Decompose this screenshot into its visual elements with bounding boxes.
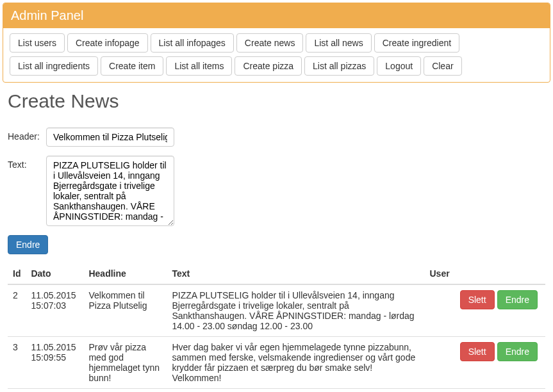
cell-text: Vi kan nå også tilby glutenfri pizza - v… [167,389,424,393]
text-textarea[interactable] [46,156,174,226]
cell-user [424,284,454,337]
th-headline: Headline [83,263,167,284]
submit-wrap: Endre [8,235,545,254]
nav-btn-create-pizza[interactable]: Create pizza [235,56,302,76]
nav-btn-clear[interactable]: Clear [424,56,461,76]
cell-headline: Prøv vår pizza med god hjemmelaget tynn … [83,337,167,389]
form-row-header: Header: [8,127,545,147]
th-text: Text [167,263,424,284]
nav-btn-list-all-ingredients[interactable]: List all ingredients [10,56,98,76]
cell-actions: SlettEndre [455,337,545,389]
cell-id: 2 [8,284,26,337]
table-row: 211.05.2015 15:07:03Velkommen til Pizza … [8,284,545,337]
nav-btn-list-all-items[interactable]: List all items [166,56,232,76]
cell-headline: NYHET! Glutenfri pizza [83,389,167,393]
th-user: User [424,263,454,284]
cell-id: 4 [8,389,26,393]
th-dato: Dato [26,263,83,284]
cell-actions: SlettEndre [455,284,545,337]
nav-btn-create-ingredient[interactable]: Create ingredient [374,33,459,53]
header-input[interactable] [46,127,174,147]
form-row-text: Text: [8,156,545,226]
cell-headline: Velkommen til Pizza Plutselig [83,284,167,337]
table-row: 411.05.2015 15:10:36NYHET! Glutenfri piz… [8,389,545,393]
nav-btn-create-infopage[interactable]: Create infopage [67,33,148,53]
page-title: Create News [8,90,545,112]
nav-btn-list-all-infopages[interactable]: List all infopages [151,33,234,53]
edit-button[interactable]: Endre [497,290,538,309]
cell-user [424,389,454,393]
cell-user [424,337,454,389]
admin-panel: Admin Panel List usersCreate infopageLis… [3,3,550,83]
delete-button[interactable]: Slett [460,290,495,309]
cell-dato: 11.05.2015 15:07:03 [26,284,83,337]
th-id: Id [8,263,26,284]
nav-btn-logout[interactable]: Logout [377,56,421,76]
cell-dato: 11.05.2015 15:10:36 [26,389,83,393]
nav-btn-create-news[interactable]: Create news [236,33,304,53]
news-table: Id Dato Headline Text User 211.05.2015 1… [8,263,545,392]
cell-dato: 11.05.2015 15:09:55 [26,337,83,389]
nav-btn-list-all-news[interactable]: List all news [306,33,371,53]
submit-button[interactable]: Endre [8,235,48,254]
nav-btn-list-all-pizzas[interactable]: List all pizzas [304,56,374,76]
table-row: 311.05.2015 15:09:55Prøv vår pizza med g… [8,337,545,389]
nav-bar: List usersCreate infopageList all infopa… [3,28,550,82]
text-label: Text: [8,156,46,170]
cell-id: 3 [8,337,26,389]
edit-button[interactable]: Endre [497,342,538,361]
table-header-row: Id Dato Headline Text User [8,263,545,284]
panel-title: Admin Panel [3,3,550,28]
cell-actions: SlettEndre [455,389,545,393]
cell-text: PIZZA PLUTSELIG holder til i Ullevålsvei… [167,284,424,337]
header-label: Header: [8,127,46,142]
th-actions [455,263,545,284]
nav-btn-list-users[interactable]: List users [10,33,65,53]
nav-btn-create-item[interactable]: Create item [101,56,163,76]
cell-text: Hver dag baker vi vår egen hjemmelagede … [167,337,424,389]
delete-button[interactable]: Slett [460,342,495,361]
